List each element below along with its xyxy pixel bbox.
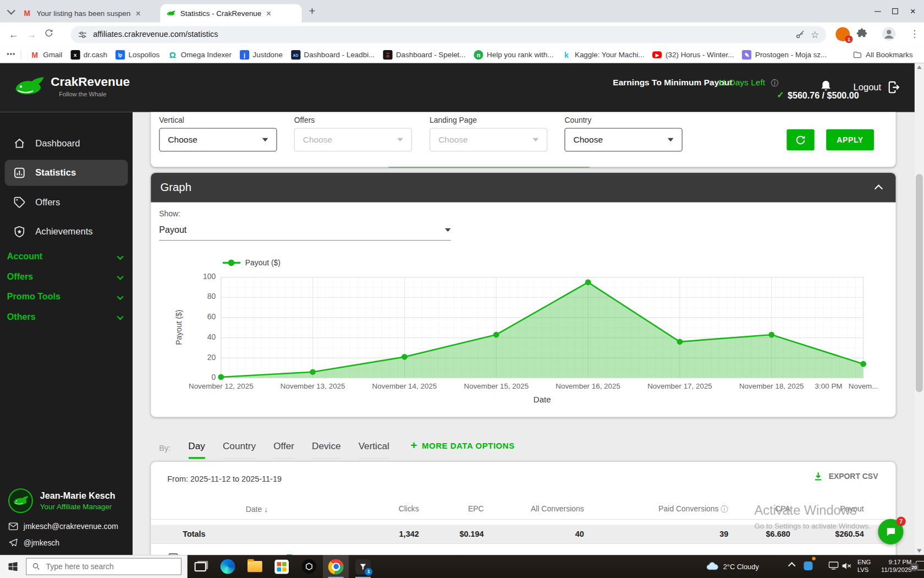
taskbar-app-edge[interactable] bbox=[215, 555, 240, 578]
country-filter-select[interactable]: Choose bbox=[564, 128, 682, 151]
minimize-button[interactable] bbox=[868, 2, 886, 20]
bookmark-item[interactable]: ▶(32) Horus - Winter... bbox=[648, 49, 738, 61]
bookmark-item[interactable]: xdr.cash bbox=[67, 48, 112, 62]
action-center-button[interactable]: 20 bbox=[916, 561, 924, 570]
by-tab-country[interactable]: Country bbox=[223, 441, 256, 459]
sidebar-section-account[interactable]: Account bbox=[7, 251, 125, 261]
sidebar-item-statistics[interactable]: Statistics bbox=[5, 160, 128, 186]
by-tab-day[interactable]: Day bbox=[188, 441, 205, 459]
column-header-epc[interactable]: EPC bbox=[419, 504, 484, 513]
passwords-key-icon[interactable] bbox=[795, 30, 805, 40]
tray-hidden-icons-chevron[interactable] bbox=[788, 562, 796, 570]
refresh-button[interactable] bbox=[787, 129, 814, 151]
taskbar-app-store[interactable] bbox=[269, 555, 295, 578]
profile-avatar-icon[interactable] bbox=[882, 26, 897, 41]
tab-close-icon[interactable]: × bbox=[266, 9, 271, 18]
by-tab-vertical[interactable]: Vertical bbox=[359, 441, 389, 459]
by-tab-offer[interactable]: Offer bbox=[273, 441, 294, 459]
sidebar-section-others[interactable]: Others bbox=[7, 312, 125, 321]
sidebar-item-achievements[interactable]: Achievements bbox=[5, 219, 128, 244]
landing-page-filter-select[interactable]: Choose bbox=[430, 128, 547, 151]
taskbar-app-chatgpt[interactable] bbox=[296, 555, 322, 578]
task-view-button[interactable] bbox=[188, 555, 213, 578]
reload-icon[interactable] bbox=[40, 28, 58, 40]
bookmark-item[interactable]: MGmail bbox=[26, 48, 67, 62]
windows-start-icon[interactable] bbox=[7, 560, 19, 572]
manager-email-row[interactable]: jmkesch@crakrevenue.com bbox=[8, 521, 118, 531]
bookmark-item[interactable]: nHelp you rank with... bbox=[470, 48, 558, 62]
column-header-clicks[interactable]: Clicks bbox=[319, 504, 419, 513]
back-icon[interactable]: ← bbox=[5, 29, 23, 40]
scroll-up-arrow[interactable] bbox=[917, 66, 922, 69]
taskbar-app-chrome[interactable] bbox=[323, 555, 349, 578]
manager-telegram-row[interactable]: @jmkesch bbox=[8, 538, 59, 548]
tray-language-indicator[interactable]: ENG LVS bbox=[857, 559, 871, 574]
sidebar-section-promo-tools[interactable]: Promo Tools bbox=[7, 291, 125, 301]
maximize-button[interactable] bbox=[886, 2, 904, 20]
extension-icon[interactable]: 1 bbox=[835, 27, 850, 41]
tray-icon-blue[interactable] bbox=[804, 561, 812, 570]
lospollos-icon: lp bbox=[116, 50, 125, 59]
taskbar-weather[interactable]: 2°C Cloudy bbox=[706, 555, 759, 578]
logout-button[interactable]: Logout bbox=[853, 80, 901, 95]
vertical-filter-select[interactable]: Choose bbox=[159, 128, 277, 151]
sidebar-section-offers[interactable]: Offers bbox=[7, 271, 125, 281]
forward-icon[interactable]: → bbox=[23, 29, 40, 40]
info-icon[interactable]: ⓘ bbox=[721, 504, 728, 513]
more-data-options-button[interactable]: + MORE DATA OPTIONS bbox=[410, 439, 514, 459]
bookmark-item[interactable]: ΩOmega Indexer bbox=[164, 48, 236, 62]
extensions-puzzle-icon[interactable] bbox=[856, 28, 868, 40]
taskbar-app-other[interactable]: 1 bbox=[350, 555, 376, 578]
url-text[interactable]: affiliates.crakrevenue.com/statistics bbox=[93, 30, 789, 39]
column-header-paid-conversions[interactable]: Paid Conversions ⓘ bbox=[584, 503, 728, 514]
tab-close-icon[interactable]: × bbox=[135, 9, 140, 18]
notifications-bell-icon[interactable] bbox=[819, 79, 833, 93]
y-axis-tick: 40 bbox=[188, 332, 216, 341]
tab-search-chevron-icon[interactable] bbox=[7, 7, 15, 15]
bookmark-star-icon[interactable]: ☆ bbox=[811, 29, 819, 40]
column-header-date[interactable]: Date ↓ bbox=[195, 504, 319, 514]
by-tab-device[interactable]: Device bbox=[312, 441, 340, 459]
brand[interactable]: CrakRevenue Follow the Whale bbox=[13, 75, 130, 97]
bookmark-item[interactable]: kKaggle: Your Machi... bbox=[558, 48, 648, 62]
address-bar[interactable]: affiliates.crakrevenue.com/statistics ☆ bbox=[71, 26, 827, 43]
bookmark-item[interactable]: ✎Prostogen - Moja sz... bbox=[738, 48, 831, 62]
sort-desc-icon[interactable]: ↓ bbox=[264, 504, 268, 514]
bookmark-item[interactable]: jJustdone bbox=[236, 48, 287, 62]
live-chat-button[interactable]: 7 bbox=[878, 519, 903, 544]
sidebar-item-dashboard[interactable]: Dashboard bbox=[5, 130, 128, 156]
tray-volume-muted-icon[interactable] bbox=[842, 561, 852, 570]
scrollbar-thumb[interactable] bbox=[916, 174, 923, 392]
bookmark-item[interactable]: ADDashboard - Leadbi... bbox=[287, 48, 378, 62]
graph-card-header[interactable]: Graph bbox=[151, 173, 895, 203]
apps-grid-icon[interactable] bbox=[7, 53, 15, 57]
taskbar-search-input[interactable] bbox=[26, 558, 182, 575]
totals-payout: $260.54 bbox=[790, 530, 864, 538]
browser-tab-gmail[interactable]: M Your listing has been suspende × bbox=[16, 4, 157, 22]
data-point bbox=[860, 361, 866, 367]
bookmark-item[interactable]: ΞDashboard - Spelet... bbox=[379, 48, 470, 62]
collapse-chevron-up-icon[interactable] bbox=[875, 184, 883, 193]
scroll-down-arrow[interactable] bbox=[917, 549, 922, 552]
tray-network-display-icon[interactable] bbox=[828, 561, 838, 570]
bookmark-item[interactable]: lpLospollos bbox=[111, 48, 163, 62]
taskbar-app-explorer[interactable] bbox=[241, 555, 267, 578]
site-settings-tune-icon[interactable] bbox=[78, 30, 87, 39]
vertical-scrollbar[interactable] bbox=[915, 63, 924, 555]
menu-kebab-icon[interactable]: ⋮ bbox=[910, 28, 919, 39]
y-axis-tick: 0 bbox=[188, 373, 216, 381]
apply-button[interactable]: APPLY bbox=[826, 129, 874, 151]
offers-filter-select[interactable]: Choose bbox=[294, 128, 412, 151]
new-tab-button[interactable]: + bbox=[309, 5, 315, 18]
all-bookmarks-button[interactable]: All Bookmarks bbox=[849, 48, 917, 62]
sidebar-item-offers[interactable]: Offers bbox=[5, 189, 128, 215]
totals-all-conversions: 40 bbox=[484, 530, 584, 538]
show-metric-select[interactable]: Payout bbox=[159, 225, 450, 241]
tray-clock[interactable]: 9:17 PM 11/19/2025 bbox=[876, 559, 911, 574]
export-csv-button[interactable]: EXPORT CSV bbox=[813, 471, 878, 481]
close-button[interactable]: × bbox=[904, 2, 922, 20]
info-icon[interactable]: ⓘ bbox=[771, 78, 779, 87]
filters-card: Vertical Choose Offers Choose Landing Pa… bbox=[151, 112, 895, 167]
browser-tab-crakrevenue[interactable]: Statistics - CrakRevenue × bbox=[160, 4, 301, 22]
column-header-all-conversions[interactable]: All Conversions bbox=[484, 504, 584, 513]
